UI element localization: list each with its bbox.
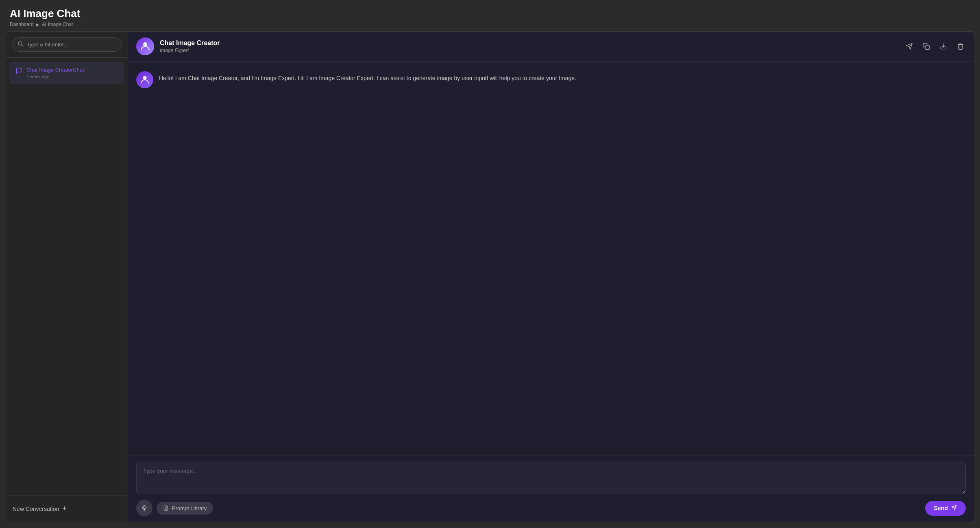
svg-rect-5	[144, 505, 145, 508]
chat-messages: Hello! I am Chat Image Creator, and I'm …	[128, 61, 974, 456]
chat-input-footer: Prompt Library Send	[136, 500, 966, 516]
conversation-list: Chat Image CreatorChat 1 week ago	[6, 58, 128, 495]
page-title: AI Image Chat	[10, 7, 970, 20]
copy-button[interactable]	[921, 41, 932, 52]
agent-avatar	[136, 37, 154, 55]
breadcrumb: Dashboard ▶ AI Image Chat	[10, 22, 970, 27]
list-item[interactable]: Chat Image CreatorChat 1 week ago	[9, 62, 124, 84]
message-input[interactable]	[136, 462, 966, 494]
breadcrumb-current: AI Image Chat	[42, 22, 73, 27]
message-text: Hello! I am Chat Image Creator, and I'm …	[159, 71, 966, 83]
chat-header-actions	[904, 41, 966, 52]
agent-name: Chat Image Creator	[160, 39, 220, 47]
new-conversation-label: New Conversation	[13, 506, 59, 512]
breadcrumb-parent: Dashboard	[10, 22, 34, 27]
agent-role: Image Expert	[160, 48, 220, 53]
delete-button[interactable]	[955, 41, 966, 52]
svg-line-1	[22, 45, 23, 46]
mic-button[interactable]	[136, 500, 152, 516]
chat-bubble-icon	[16, 68, 22, 76]
chat-area: Chat Image Creator Image Expert	[128, 32, 974, 522]
chat-input-area: Prompt Library Send	[128, 456, 974, 522]
svg-point-4	[143, 76, 146, 80]
svg-point-2	[143, 42, 147, 46]
download-button[interactable]	[938, 41, 949, 52]
conversation-time: 1 week ago	[26, 74, 84, 79]
search-input[interactable]	[27, 41, 116, 48]
share-button[interactable]	[904, 41, 915, 52]
prompt-library-label: Prompt Library	[172, 505, 207, 511]
prompt-library-button[interactable]: Prompt Library	[157, 502, 213, 515]
svg-rect-3	[926, 46, 930, 50]
new-conversation-button[interactable]: New Conversation +	[13, 501, 121, 516]
agent-info: Chat Image Creator Image Expert	[160, 39, 220, 53]
conversation-name: Chat Image CreatorChat	[26, 67, 84, 73]
input-footer-left: Prompt Library	[136, 500, 213, 516]
search-container	[6, 32, 128, 58]
message: Hello! I am Chat Image Creator, and I'm …	[136, 71, 966, 88]
chat-header-left: Chat Image Creator Image Expert	[136, 37, 904, 55]
agent-avatar-inner	[136, 37, 154, 55]
message-avatar	[136, 71, 153, 88]
sidebar: Chat Image CreatorChat 1 week ago New Co…	[6, 32, 128, 522]
conversation-details: Chat Image CreatorChat 1 week ago	[26, 67, 84, 79]
main-content: Chat Image CreatorChat 1 week ago New Co…	[6, 31, 974, 522]
search-wrapper	[12, 37, 122, 52]
send-label: Send	[934, 505, 948, 511]
chat-header: Chat Image Creator Image Expert	[128, 32, 974, 61]
page-header: AI Image Chat Dashboard ▶ AI Image Chat	[0, 0, 980, 31]
send-button[interactable]: Send	[925, 501, 966, 516]
plus-icon: +	[62, 504, 67, 513]
breadcrumb-separator: ▶	[36, 22, 39, 27]
search-icon	[18, 41, 24, 48]
send-icon	[951, 505, 957, 512]
sidebar-footer: New Conversation +	[6, 495, 128, 522]
